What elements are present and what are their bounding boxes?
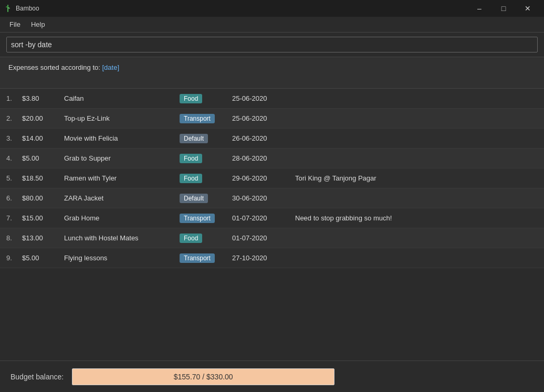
row-note: Need to stop grabbing so much! [295, 214, 538, 222]
table-row[interactable]: 5. $18.50 Ramen with Tyler Food 29-06-20… [0, 168, 544, 188]
row-name: Grab to Supper [64, 154, 180, 162]
table-row[interactable]: 2. $20.00 Top-up Ez-Link Transport 25-06… [0, 109, 544, 129]
row-name: Lunch with Hostel Mates [64, 234, 180, 242]
budget-bar: $155.70 / $330.00 [72, 368, 334, 385]
search-bar [0, 33, 544, 57]
row-date: 27-10-2020 [232, 254, 295, 262]
row-amount: $3.80 [22, 94, 64, 102]
row-tag: Food [180, 94, 232, 103]
row-num: 3. [6, 134, 22, 142]
bottom-bar: Budget balance: $155.70 / $330.00 [0, 361, 544, 392]
row-num: 1. [6, 94, 22, 102]
row-date: 26-06-2020 [232, 134, 295, 142]
menu-file[interactable]: File [4, 18, 26, 30]
app-title: Bamboo [16, 5, 39, 12]
row-amount: $13.00 [22, 234, 64, 242]
row-num: 8. [6, 234, 22, 242]
row-name: Caifan [64, 94, 180, 102]
tag-badge: Food [180, 154, 202, 163]
row-amount: $5.00 [22, 254, 64, 262]
table-row[interactable]: 4. $5.00 Grab to Supper Food 28-06-2020 [0, 149, 544, 168]
svg-rect-0 [7, 5, 8, 12]
row-tag: Transport [180, 253, 232, 263]
tag-badge: Food [180, 174, 202, 183]
row-tag: Default [180, 194, 232, 203]
row-name: Top-up Ez-Link [64, 114, 180, 122]
maximize-button[interactable]: □ [491, 0, 516, 17]
row-tag: Transport [180, 214, 232, 223]
menu-help[interactable]: Help [26, 18, 50, 30]
window-controls: – □ ✕ [467, 0, 540, 17]
table-row[interactable]: 9. $5.00 Flying lessons Transport 27-10-… [0, 248, 544, 268]
search-input[interactable] [6, 37, 538, 52]
row-name: Ramen with Tyler [64, 174, 180, 182]
tag-badge: Food [180, 234, 202, 243]
row-tag: Transport [180, 114, 232, 123]
app-icon [4, 4, 13, 13]
title-bar: Bamboo – □ ✕ [0, 0, 544, 17]
row-name: Grab Home [64, 214, 180, 222]
menu-bar: File Help [0, 17, 544, 33]
row-num: 7. [6, 214, 22, 222]
budget-value: $155.70 / $330.00 [174, 373, 233, 381]
status-prefix: Expenses sorted according to: [8, 63, 102, 71]
row-amount: $15.00 [22, 214, 64, 222]
tag-badge: Transport [180, 114, 215, 123]
table-row[interactable]: 6. $80.00 ZARA Jacket Default 30-06-2020 [0, 188, 544, 208]
row-amount: $5.00 [22, 154, 64, 162]
row-tag: Default [180, 134, 232, 143]
row-date: 25-06-2020 [232, 94, 295, 102]
row-num: 6. [6, 194, 22, 202]
row-amount: $14.00 [22, 134, 64, 142]
row-num: 5. [6, 174, 22, 182]
budget-label: Budget balance: [11, 373, 64, 381]
row-date: 01-07-2020 [232, 214, 295, 222]
table-row[interactable]: 3. $14.00 Movie with Felicia Default 26-… [0, 129, 544, 149]
row-amount: $18.50 [22, 174, 64, 182]
status-keyword: [date] [102, 63, 120, 71]
row-amount: $20.00 [22, 114, 64, 122]
minimize-button[interactable]: – [467, 0, 491, 17]
status-bar: Expenses sorted according to: [date] [0, 57, 544, 89]
row-date: 01-07-2020 [232, 234, 295, 242]
row-name: Movie with Felicia [64, 134, 180, 142]
status-text: Expenses sorted according to: [date] [8, 63, 119, 71]
close-button[interactable]: ✕ [516, 0, 540, 17]
row-date: 29-06-2020 [232, 174, 295, 182]
row-note: Tori King @ Tanjong Pagar [295, 174, 538, 182]
expense-list: 1. $3.80 Caifan Food 25-06-2020 2. $20.0… [0, 89, 544, 361]
row-tag: Food [180, 154, 232, 163]
tag-badge: Transport [180, 253, 215, 263]
tag-badge: Default [180, 194, 208, 203]
table-row[interactable]: 7. $15.00 Grab Home Transport 01-07-2020… [0, 208, 544, 228]
row-num: 9. [6, 254, 22, 262]
title-bar-left: Bamboo [4, 4, 39, 13]
row-date: 30-06-2020 [232, 194, 295, 202]
table-row[interactable]: 1. $3.80 Caifan Food 25-06-2020 [0, 89, 544, 109]
row-num: 4. [6, 154, 22, 162]
row-name: ZARA Jacket [64, 194, 180, 202]
table-row[interactable]: 8. $13.00 Lunch with Hostel Mates Food 0… [0, 228, 544, 248]
row-tag: Food [180, 174, 232, 183]
row-date: 25-06-2020 [232, 114, 295, 122]
tag-badge: Food [180, 94, 202, 103]
tag-badge: Default [180, 134, 208, 143]
row-name: Flying lessons [64, 254, 180, 262]
row-amount: $80.00 [22, 194, 64, 202]
row-num: 2. [6, 114, 22, 122]
tag-badge: Transport [180, 214, 215, 223]
row-tag: Food [180, 234, 232, 243]
row-date: 28-06-2020 [232, 154, 295, 162]
